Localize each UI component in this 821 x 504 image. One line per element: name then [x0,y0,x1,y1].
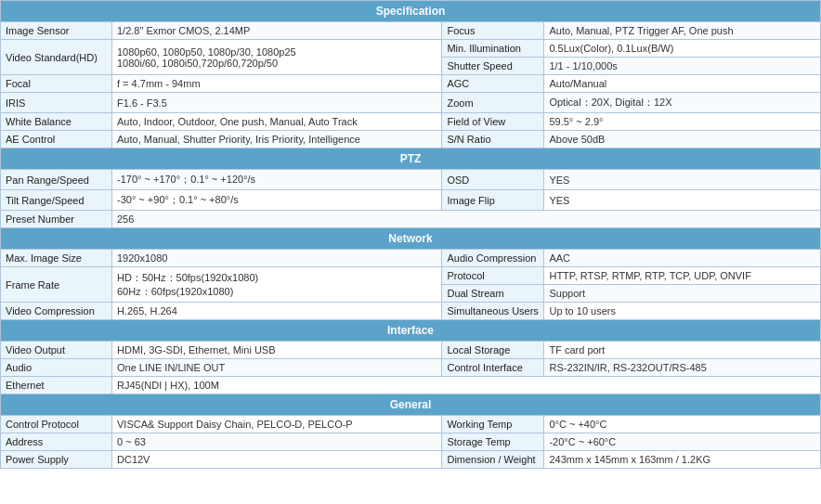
value-audio-compression: AAC [544,250,821,267]
label-storage-temp: Storage Temp [442,433,544,451]
value-frame-rate: HD：50Hz：50fps(1920x1080)60Hz：60fps(1920x… [112,267,442,303]
value-zoom: Optical：20X, Digital：12X [544,93,821,113]
label-preset-number: Preset Number [1,211,112,228]
label-zoom: Zoom [442,93,544,113]
label-video-compression: Video Compression [1,303,112,320]
value-white-balance: Auto, Indoor, Outdoor, One push, Manual,… [112,113,442,131]
value-focal: f = 4.7mm - 94mm [112,75,442,93]
value-osd: YES [544,170,821,190]
value-storage-temp: -20°C ~ +60°C [544,433,821,451]
label-audio-compression: Audio Compression [442,250,544,267]
value-dual-stream: Support [544,285,821,303]
section-header-specification: Specification [1,1,821,22]
value-focus: Auto, Manual, PTZ Trigger AF, One push [544,22,821,40]
label-audio: Audio [1,359,112,377]
value-image-sensor: 1/2.8" Exmor CMOS, 2.14MP [112,22,442,40]
value-min-illumination: 0.5Lux(Color), 0.1Lux(B/W) [544,40,821,58]
value-video-compression: H.265, H.264 [112,303,442,320]
label-dual-stream: Dual Stream [442,285,544,303]
value-video-standard: 1080p60, 1080p50, 1080p/30, 1080p251080i… [112,40,442,75]
label-ae-control: AE Control [1,131,112,149]
label-video-output: Video Output [1,342,112,359]
label-frame-rate: Frame Rate [1,267,112,303]
value-video-output: HDMI, 3G-SDI, Ethernet, Mini USB [112,342,442,359]
label-power-supply: Power Supply [1,451,112,469]
label-local-storage: Local Storage [442,342,544,359]
label-control-interface: Control Interface [442,359,544,377]
value-agc: Auto/Manual [544,75,821,93]
value-preset-number: 256 [112,211,821,228]
value-working-temp: 0°C ~ +40°C [544,416,821,433]
value-power-supply: DC12V [112,451,442,469]
value-local-storage: TF card port [544,342,821,359]
value-image-flip: YES [544,190,821,211]
section-header-network: Network [1,228,821,250]
value-iris: F1.6 - F3.5 [112,93,442,113]
value-tilt-range: -30° ~ +90°；0.1° ~ +80°/s [112,190,442,211]
label-pan-range: Pan Range/Speed [1,170,112,190]
value-ethernet: RJ45(NDI | HX), 100M [112,377,821,394]
label-image-sensor: Image Sensor [1,22,112,40]
label-min-illumination: Min. Illumination [442,40,544,58]
label-focus: Focus [442,22,544,40]
spec-table: Specification Image Sensor 1/2.8" Exmor … [0,0,821,469]
value-dimension-weight: 243mm x 145mm x 163mm / 1.2KG [544,451,821,469]
section-header-ptz: PTZ [1,149,821,170]
value-control-interface: RS-232IN/IR, RS-232OUT/RS-485 [544,359,821,377]
label-working-temp: Working Temp [442,416,544,433]
value-max-image-size: 1920x1080 [112,250,442,267]
value-shutter-speed: 1/1 - 1/10,000s [544,58,821,75]
label-iris: IRIS [1,93,112,113]
value-address: 0 ~ 63 [112,433,442,451]
label-dimension-weight: Dimension / Weight [442,451,544,469]
value-simultaneous-users: Up to 10 users [544,303,821,320]
label-tilt-range: Tilt Range/Speed [1,190,112,211]
label-video-standard: Video Standard(HD) [1,40,112,75]
value-field-of-view: 59.5° ~ 2.9° [544,113,821,131]
label-agc: AGC [442,75,544,93]
label-max-image-size: Max. Image Size [1,250,112,267]
value-audio: One LINE IN/LINE OUT [112,359,442,377]
section-header-interface: Interface [1,320,821,342]
label-address: Address [1,433,112,451]
value-protocol: HTTP, RTSP, RTMP, RTP, TCP, UDP, ONVIF [544,267,821,285]
label-image-flip: Image Flip [442,190,544,211]
label-control-protocol: Control Protocol [1,416,112,433]
label-white-balance: White Balance [1,113,112,131]
label-focal: Focal [1,75,112,93]
value-ae-control: Auto, Manual, Shutter Priority, Iris Pri… [112,131,442,149]
label-protocol: Protocol [442,267,544,285]
label-shutter-speed: Shutter Speed [442,58,544,75]
label-simultaneous-users: Simultaneous Users [442,303,544,320]
value-sn-ratio: Above 50dB [544,131,821,149]
label-osd: OSD [442,170,544,190]
value-pan-range: -170° ~ +170°；0.1° ~ +120°/s [112,170,442,190]
label-sn-ratio: S/N Ratio [442,131,544,149]
label-field-of-view: Field of View [442,113,544,131]
value-control-protocol: VISCA& Support Daisy Chain, PELCO-D, PEL… [112,416,442,433]
section-header-general: General [1,394,821,416]
label-ethernet: Ethernet [1,377,112,394]
